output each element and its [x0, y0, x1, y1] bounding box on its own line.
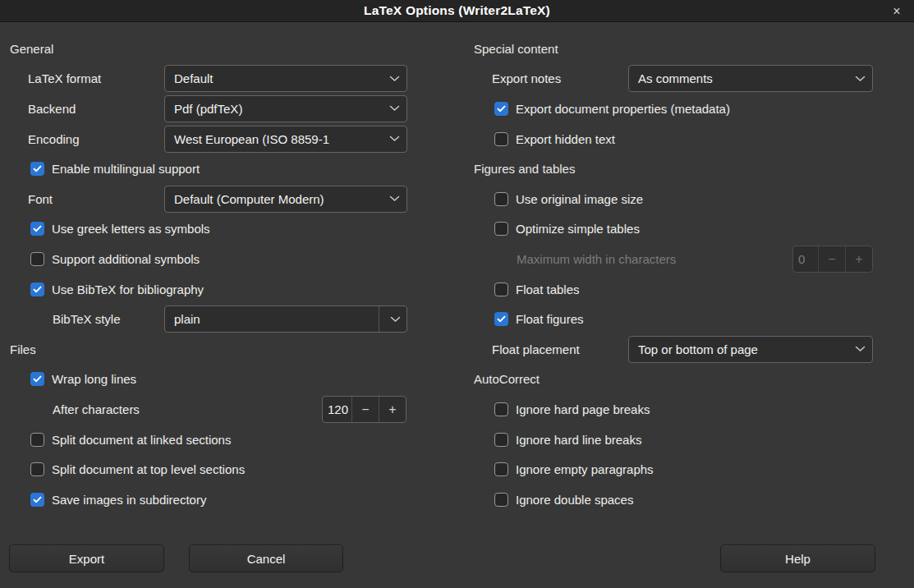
- float-placement-label: Float placement: [474, 342, 628, 356]
- cancel-button[interactable]: Cancel: [189, 544, 343, 572]
- checkbox-use-bibtex[interactable]: [30, 283, 44, 296]
- row-float-figures: Float figures: [474, 304, 914, 334]
- row-ignore-double-spaces: Ignore double spaces: [474, 485, 914, 515]
- checkbox-ignore-double-spaces[interactable]: [494, 493, 508, 507]
- checkbox-ignore-hard-line-breaks[interactable]: [494, 433, 508, 447]
- chevron-down-icon: [389, 105, 400, 112]
- checkbox-split-linked-sections[interactable]: [30, 433, 44, 447]
- minus-button: −: [818, 246, 845, 272]
- backend-dropdown[interactable]: Pdf (pdfTeX): [164, 95, 407, 122]
- chevron-down-icon: [389, 136, 400, 142]
- row-wrap-long-lines: Wrap long lines: [10, 365, 464, 395]
- checkbox-use-original-image-size[interactable]: [494, 192, 508, 206]
- checkbox-label: Ignore double spaces: [516, 493, 633, 507]
- checkbox-label: Split document at top level sections: [52, 462, 245, 476]
- plus-button[interactable]: +: [379, 397, 406, 422]
- maximum-width-label: Maximum width in characters: [474, 252, 628, 266]
- chevron-down-icon: [389, 195, 400, 202]
- checkbox-ignore-empty-paragraphs[interactable]: [494, 462, 508, 476]
- row-export-doc-properties: Export document properties (metadata): [474, 94, 914, 124]
- checkbox-label: Export hidden text: [516, 132, 615, 146]
- backend-label: Backend: [10, 102, 164, 116]
- dialog-content: General LaTeX format Default Backend Pdf…: [0, 22, 914, 515]
- float-placement-dropdown[interactable]: Top or bottom of page: [628, 336, 873, 363]
- checkbox-label: Save images in subdirectory: [52, 493, 206, 507]
- row-optimize-simple-tables: Optimize simple tables: [474, 214, 914, 245]
- dropdown-value: Default: [174, 71, 384, 85]
- close-icon[interactable]: ×: [886, 0, 907, 22]
- checkbox-export-hidden-text[interactable]: [494, 132, 508, 146]
- button-bar: Export Cancel Help: [0, 544, 914, 574]
- dropdown-button[interactable]: [379, 306, 406, 332]
- row-bibtex-bibliography: Use BibTeX for bibliography: [10, 274, 464, 305]
- encoding-label: Encoding: [10, 132, 164, 146]
- checkbox-label: Optimize simple tables: [516, 222, 640, 236]
- font-dropdown[interactable]: Default (Computer Modern): [164, 186, 407, 213]
- chevron-down-icon: [389, 76, 400, 82]
- after-characters-label: After characters: [10, 402, 164, 416]
- checkbox-label: Use greek letters as symbols: [52, 222, 210, 236]
- row-ignore-page-breaks: Ignore hard page breaks: [474, 394, 914, 425]
- checkbox-float-tables[interactable]: [494, 283, 508, 296]
- section-special-content: Special content: [474, 34, 914, 64]
- checkbox-split-top-level-sections[interactable]: [30, 462, 44, 476]
- checkbox-optimize-simple-tables[interactable]: [494, 222, 508, 236]
- window-title: LaTeX Options (Writer2LaTeX): [364, 3, 550, 18]
- row-enable-multilingual: Enable multilingual support: [10, 154, 464, 184]
- dropdown-value: plain: [174, 312, 379, 326]
- dropdown-value: West European (ISO 8859-1: [174, 132, 384, 146]
- section-autocorrect: AutoCorrect: [474, 365, 914, 395]
- section-header-files: Files: [10, 342, 36, 356]
- row-original-image-size: Use original image size: [474, 184, 914, 214]
- checkbox-label: Float tables: [516, 283, 580, 296]
- checkbox-use-greek-letters[interactable]: [30, 222, 44, 236]
- row-maximum-width: Maximum width in characters 0 − +: [474, 244, 914, 274]
- plus-button: +: [845, 246, 872, 272]
- latex-format-dropdown[interactable]: Default: [164, 65, 407, 92]
- section-general: General: [10, 34, 464, 64]
- export-notes-dropdown[interactable]: As comments: [628, 65, 873, 92]
- bibtex-style-dropdown[interactable]: plain: [164, 305, 407, 333]
- latex-format-label: LaTeX format: [10, 71, 164, 85]
- spinner-value: 0: [793, 246, 818, 272]
- bibtex-style-label: BibTeX style: [10, 312, 164, 326]
- row-ignore-empty-paragraphs: Ignore empty paragraphs: [474, 454, 914, 485]
- row-latex-format: LaTeX format Default: [10, 64, 464, 94]
- row-split-linked: Split document at linked sections: [10, 425, 464, 455]
- section-header-special-content: Special content: [474, 42, 558, 56]
- checkbox-ignore-hard-page-breaks[interactable]: [494, 402, 508, 416]
- titlebar: LaTeX Options (Writer2LaTeX) ×: [0, 0, 914, 22]
- dropdown-value: As comments: [638, 71, 850, 85]
- help-button[interactable]: Help: [720, 544, 875, 572]
- chevron-down-icon: [855, 346, 866, 352]
- row-float-placement: Float placement Top or bottom of page: [474, 334, 914, 365]
- section-header-autocorrect: AutoCorrect: [474, 372, 540, 386]
- encoding-dropdown[interactable]: West European (ISO 8859-1: [164, 126, 407, 153]
- checkbox-label: Wrap long lines: [52, 372, 136, 386]
- chevron-down-icon: [855, 76, 866, 82]
- row-save-images: Save images in subdirectory: [10, 485, 464, 515]
- max-width-spinner: 0 − +: [792, 246, 873, 273]
- checkbox-label: Split document at linked sections: [52, 433, 231, 447]
- checkbox-export-document-properties[interactable]: [494, 102, 508, 116]
- row-greek-letters: Use greek letters as symbols: [10, 214, 464, 245]
- row-export-notes: Export notes As comments: [474, 64, 914, 94]
- checkbox-float-figures[interactable]: [494, 312, 508, 326]
- spinner-value: 120: [323, 397, 351, 422]
- checkbox-label: Float figures: [516, 312, 584, 326]
- checkbox-label: Support additional symbols: [52, 252, 200, 266]
- dropdown-value: Top or bottom of page: [638, 342, 850, 356]
- right-column: Special content Export notes As comments…: [464, 34, 914, 515]
- checkbox-wrap-long-lines[interactable]: [30, 372, 44, 386]
- row-split-top-level: Split document at top level sections: [10, 454, 464, 485]
- row-ignore-line-breaks: Ignore hard line breaks: [474, 425, 914, 455]
- export-button[interactable]: Export: [9, 544, 164, 572]
- after-characters-spinner[interactable]: 120 − +: [322, 396, 406, 423]
- checkbox-enable-multilingual-support[interactable]: [30, 162, 44, 176]
- checkbox-save-images-subdirectory[interactable]: [30, 493, 44, 507]
- row-export-hidden-text: Export hidden text: [474, 124, 914, 154]
- row-float-tables: Float tables: [474, 274, 914, 305]
- checkbox-label: Use BibTeX for bibliography: [52, 283, 204, 296]
- checkbox-support-additional-symbols[interactable]: [30, 252, 44, 266]
- minus-button[interactable]: −: [351, 397, 379, 422]
